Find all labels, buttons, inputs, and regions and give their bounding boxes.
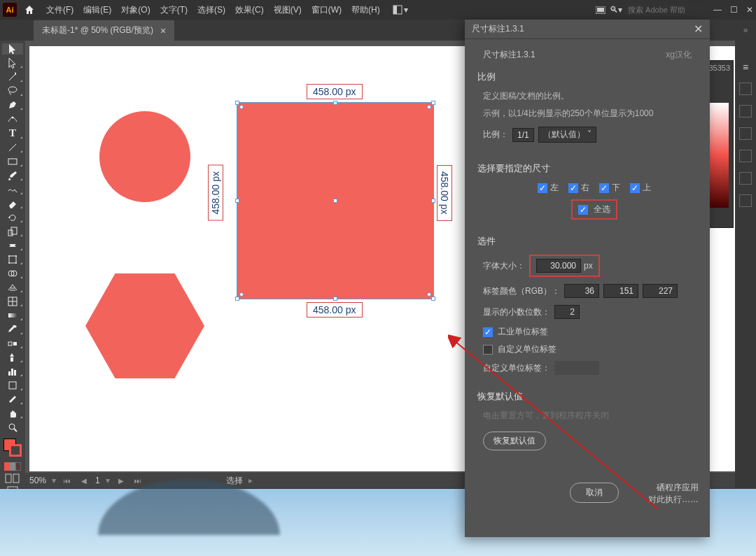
hand-tool[interactable]	[2, 408, 23, 419]
column-graph-tool[interactable]	[2, 366, 23, 377]
checkbox-up[interactable]: ✓	[630, 183, 640, 193]
document-tab[interactable]: 未标题-1* @ 50% (RGB/预览) ×	[34, 20, 174, 41]
draw-mode[interactable]	[2, 473, 23, 483]
hexagon-shape[interactable]	[85, 273, 204, 378]
dialog-title-text: 尺寸标注1.3.1	[472, 23, 524, 35]
checkbox-left[interactable]: ✓	[538, 183, 547, 193]
nav-next-icon[interactable]: ▶	[115, 475, 127, 486]
scale-default-select[interactable]: （默认值） ˅	[538, 127, 596, 143]
slice-tool[interactable]	[2, 394, 23, 405]
menu-effect[interactable]: 效果(C)	[231, 1, 268, 19]
right-panels-collapsed[interactable]: » ≡	[735, 20, 756, 489]
checkbox-industrial[interactable]: ✓	[483, 327, 493, 337]
color-r-input[interactable]	[564, 284, 599, 298]
checkbox-down[interactable]: ✓	[599, 183, 609, 193]
custom-label: 自定义单位标签	[498, 344, 556, 354]
mesh-tool[interactable]	[2, 296, 23, 307]
dimension-label-bottom: 458.00 px	[307, 302, 363, 318]
eraser-tool[interactable]	[2, 198, 23, 209]
rotate-tool[interactable]	[2, 212, 23, 223]
zoom-level[interactable]: 50%	[29, 476, 46, 485]
shaper-tool[interactable]	[2, 184, 23, 195]
scale-tool[interactable]	[2, 226, 23, 237]
window-minimize-icon[interactable]: —	[713, 5, 722, 15]
menu-select[interactable]: 选择(S)	[193, 1, 230, 19]
checkbox-custom[interactable]	[483, 345, 493, 355]
menu-file[interactable]: 文件(F)	[42, 1, 78, 19]
cancel-button[interactable]: 取消	[570, 483, 619, 503]
curvature-tool[interactable]	[2, 113, 23, 124]
checkbox-select-all[interactable]: ✓	[578, 205, 588, 215]
menu-type[interactable]: 文字(T)	[156, 1, 192, 19]
svg-rect-35	[13, 474, 19, 483]
search-input[interactable]	[626, 4, 704, 15]
svg-rect-10	[9, 256, 16, 263]
shape-builder-tool[interactable]	[2, 268, 23, 279]
svg-point-12	[15, 255, 17, 257]
font-size-input[interactable]	[536, 259, 581, 273]
menu-view[interactable]: 视图(V)	[270, 1, 306, 19]
color-b-input[interactable]	[643, 284, 678, 298]
magic-wand-tool[interactable]	[2, 71, 23, 83]
pen-tool[interactable]	[2, 99, 23, 111]
dimension-label-right: 458.00 px	[437, 165, 452, 221]
center-handle[interactable]	[333, 199, 337, 203]
rectangle-tool[interactable]	[2, 156, 23, 167]
dialog-titlebar[interactable]: 尺寸标注1.3.1 ✕	[465, 20, 710, 39]
decimal-input[interactable]	[554, 305, 580, 319]
scale-desc1: 定义图稿/文档的比例。	[483, 90, 706, 102]
symbol-sprayer-tool[interactable]	[2, 352, 23, 363]
free-transform-tool[interactable]	[2, 254, 23, 265]
lasso-tool[interactable]	[2, 85, 23, 97]
reset-button[interactable]: 恢复默认值	[483, 432, 546, 450]
blend-tool[interactable]	[2, 338, 23, 349]
nav-last-icon[interactable]: ⏭	[132, 475, 144, 486]
line-tool[interactable]	[2, 142, 23, 153]
dialog-close-icon[interactable]: ✕	[694, 22, 703, 36]
svg-point-4	[8, 87, 17, 92]
color-mode[interactable]	[2, 462, 23, 471]
menu-help[interactable]: 帮助(H)	[347, 1, 384, 19]
gradient-tool[interactable]	[2, 310, 23, 321]
nav-first-icon[interactable]: ⏮	[62, 475, 73, 486]
svg-rect-21	[8, 342, 12, 345]
svg-rect-24	[8, 371, 10, 376]
menu-object[interactable]: 对象(O)	[117, 1, 154, 19]
paintbrush-tool[interactable]	[2, 170, 23, 181]
menu-edit[interactable]: 编辑(E)	[79, 1, 115, 19]
svg-line-33	[16, 463, 20, 470]
perspective-grid-tool[interactable]	[2, 282, 23, 293]
window-maximize-icon[interactable]: ☐	[730, 5, 738, 15]
nav-prev-icon[interactable]: ◀	[78, 475, 90, 486]
svg-rect-8	[8, 230, 13, 236]
tab-close-icon[interactable]: ×	[160, 26, 166, 36]
svg-point-13	[8, 262, 10, 264]
rectangle-shape-selected[interactable]	[237, 102, 434, 299]
selection-tool[interactable]	[2, 43, 23, 55]
window-close-icon[interactable]: ✕	[746, 5, 753, 15]
zoom-tool[interactable]	[2, 422, 23, 433]
circle-shape[interactable]	[99, 111, 190, 202]
screen-icon[interactable]	[596, 6, 606, 14]
svg-rect-7	[8, 159, 17, 164]
eyedropper-tool[interactable]	[2, 324, 23, 335]
svg-rect-26	[14, 370, 16, 376]
menu-window[interactable]: 窗口(W)	[307, 1, 346, 19]
home-icon[interactable]	[22, 3, 36, 17]
scale-value-select[interactable]: 1/1	[512, 128, 534, 142]
artboard-tool[interactable]	[2, 380, 23, 391]
font-size-unit: px	[584, 261, 593, 271]
direct-selection-tool[interactable]	[2, 57, 23, 69]
svg-rect-34	[6, 474, 11, 483]
fill-stroke-swatch[interactable]	[4, 439, 22, 457]
dimension-label-top: 458.00 px	[307, 84, 363, 99]
checkbox-right[interactable]: ✓	[568, 183, 578, 193]
svg-rect-22	[13, 342, 17, 345]
type-tool[interactable]: T	[2, 127, 23, 139]
width-tool[interactable]	[2, 240, 23, 251]
dimension-label-left: 458.00 px	[208, 165, 223, 221]
svg-rect-3	[597, 8, 604, 12]
search-icon[interactable]: 🔍︎▾	[610, 5, 622, 15]
color-g-input[interactable]	[603, 284, 638, 298]
layout-icon[interactable]	[393, 5, 402, 15]
